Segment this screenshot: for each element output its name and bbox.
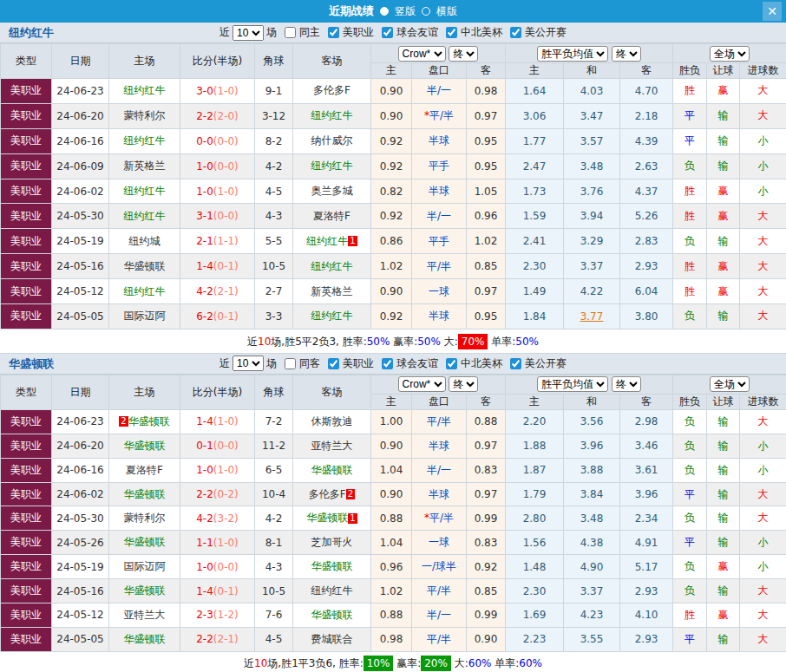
odds-company-select[interactable]: Crow* <box>398 376 446 392</box>
odds-stage-select[interactable]: 终 <box>449 376 478 392</box>
score-cell: 2-1(1-1) <box>180 229 255 254</box>
halftime-score: (1-0) <box>213 186 239 198</box>
col-away: 客场 <box>293 375 371 409</box>
result-cell-value: 负 <box>684 310 695 322</box>
handicap-cell: 半球 <box>412 304 467 329</box>
home-odds-cell: 1.02 <box>371 254 412 279</box>
home-odds-cell: 1.04 <box>371 531 412 555</box>
avg-draw-odds-cell: 3.57 <box>564 128 620 153</box>
result-cell-value: 负 <box>684 584 695 597</box>
scope-select[interactable]: 全场 <box>710 376 750 392</box>
handicap-result-cell: 输 <box>707 304 740 329</box>
match-date-cell: 24-06-20 <box>52 434 109 458</box>
goals-result-cell: 小 <box>740 434 786 458</box>
match-date-cell: 24-06-16 <box>52 458 109 482</box>
goals-result-cell-value: 大 <box>758 310 769 322</box>
away-team-cell: 华盛顿联1 <box>293 506 371 531</box>
avg-draw-odds-cell: 4.38 <box>564 531 620 555</box>
league-type-cell: 美职业 <box>1 603 52 628</box>
goals-result-cell: 大 <box>740 409 786 434</box>
match-row: 美职业24-06-16纽约红牛0-0(0-0)8-2纳什威尔0.92半球0.95… <box>1 128 786 153</box>
match-row: 美职业24-05-12纽约红牛4-2(2-1)2-7新英格兰0.90一球0.97… <box>1 279 786 304</box>
fulltime-score: 1-0 <box>196 160 213 173</box>
same-away-checkbox[interactable] <box>285 358 296 369</box>
handicap-result-cell-value: 输 <box>718 536 729 548</box>
halftime-score: (1-0) <box>213 464 239 476</box>
goals-result-cell: 大 <box>740 603 786 628</box>
league-usopen-checkbox[interactable] <box>510 358 521 369</box>
corner-cell: 2-7 <box>255 279 293 304</box>
home-odds-cell: 0.86 <box>371 229 412 254</box>
result-cell: 平 <box>673 482 707 506</box>
yellow-card-count-badge: 1 <box>348 236 357 246</box>
goals-result-cell-value: 小 <box>758 536 769 548</box>
match-row: 美职业24-05-16华盛顿联1-4(0-1)10-5纽约红牛1.02平/半0.… <box>1 579 786 603</box>
fulltime-score: 1-0 <box>196 464 213 476</box>
home-odds-cell: 0.90 <box>371 79 412 104</box>
sub-home-odds: 主 <box>371 63 412 79</box>
match-count-select[interactable]: 10 <box>233 356 264 371</box>
match-row: 美职业24-06-02华盛顿联2-2(0-2)10-4多伦多F20.90半球0.… <box>1 482 786 506</box>
league-type-cell: 美职业 <box>1 229 52 254</box>
league-mls-checkbox[interactable] <box>328 27 339 38</box>
avg-odds-group: 胜平负均值 终 <box>506 375 673 394</box>
avg-odds-select[interactable]: 胜平负均值 <box>537 376 608 392</box>
section-newyork-redbulls: 纽约红牛 近 10 场 同主 美职业 球会友谊 中北美杯 美公开赛 <box>0 23 786 354</box>
match-row: 美职业24-06-02纽约红牛1-0(1-0)4-5奥兰多城0.82半球1.05… <box>1 179 786 204</box>
handicap-result-cell: 赢 <box>707 179 740 204</box>
league-friendly-checkbox[interactable] <box>382 358 393 369</box>
league-concacaf-checkbox[interactable] <box>446 27 457 38</box>
sub-avg-home: 主 <box>506 63 564 79</box>
col-score: 比分(半场) <box>180 375 255 409</box>
handicap-result-cell-value: 输 <box>718 488 729 500</box>
team-label: 多伦多F <box>313 84 350 96</box>
filterbar: 纽约红牛 近 10 场 同主 美职业 球会友谊 中北美杯 美公开赛 <box>0 23 786 43</box>
same-home-checkbox[interactable] <box>285 27 296 38</box>
avg-draw-odds-cell: 3.48 <box>564 153 620 179</box>
away-team-cell: 华盛顿联 <box>293 555 371 579</box>
goals-result-cell: 小 <box>740 153 786 179</box>
team-label: 国际迈阿 <box>124 560 166 572</box>
scope-select[interactable]: 全场 <box>710 46 750 62</box>
team-label: 亚特兰大 <box>311 440 353 452</box>
close-icon[interactable]: ✕ <box>763 2 782 21</box>
home-team-cell: 2华盛顿联 <box>109 409 180 434</box>
score-cell: 1-0(1-0) <box>180 179 255 204</box>
corner-cell: 4-5 <box>255 179 293 204</box>
sub-avg-draw: 和 <box>564 63 620 79</box>
league-usopen-checkbox[interactable] <box>510 27 521 38</box>
summary-text: 场,胜1平3负6, 胜率: <box>267 657 363 669</box>
result-cell-value: 负 <box>684 160 695 172</box>
avg-stage-select[interactable]: 终 <box>612 376 641 392</box>
avg-odds-select[interactable]: 胜平负均值 <box>537 46 608 62</box>
match-row: 美职业24-05-19纽约城2-1(1-1)5-5纽约红牛10.86平手1.02… <box>1 229 786 254</box>
window-title: 近期战绩 <box>329 3 374 19</box>
odds-company-select[interactable]: Crow* <box>398 46 446 62</box>
league-type-cell: 美职业 <box>1 409 52 434</box>
goals-result-cell-value: 大 <box>758 260 769 272</box>
league-concacaf-checkbox[interactable] <box>446 358 457 369</box>
handicap-cell: 半球 <box>412 434 467 458</box>
avg-home-odds-cell: 1.59 <box>506 204 564 229</box>
result-cell-value: 胜 <box>684 609 695 621</box>
horizontal-layout-radio[interactable] <box>422 7 430 16</box>
home-odds-cell: 0.92 <box>371 304 412 329</box>
match-row: 美职业24-06-20华盛顿联0-1(0-0)11-2亚特兰大0.90半球0.9… <box>1 434 786 458</box>
odds-stage-select[interactable]: 终 <box>449 46 478 62</box>
vertical-layout-radio[interactable] <box>380 7 389 16</box>
result-cell-value: 负 <box>684 560 695 572</box>
match-count-select[interactable]: 10 <box>233 25 264 41</box>
league-mls-checkbox[interactable] <box>328 358 339 369</box>
team-label: 纽约红牛 <box>124 185 166 197</box>
summary-text: 赢率: <box>390 336 417 348</box>
avg-stage-select[interactable]: 终 <box>612 46 641 62</box>
away-team-cell: 纽约红牛1 <box>293 229 371 254</box>
result-cell-value: 胜 <box>684 185 695 197</box>
halftime-score: (0-2) <box>213 488 239 500</box>
league-friendly-checkbox[interactable] <box>382 27 393 38</box>
goals-result-cell: 小 <box>740 531 786 555</box>
home-team-cell: 国际迈阿 <box>109 304 180 329</box>
fulltime-score: 1-4 <box>196 260 213 272</box>
avg-away-odds-cell: 4.39 <box>620 128 673 153</box>
score-cell: 3-1(0-0) <box>180 204 255 229</box>
